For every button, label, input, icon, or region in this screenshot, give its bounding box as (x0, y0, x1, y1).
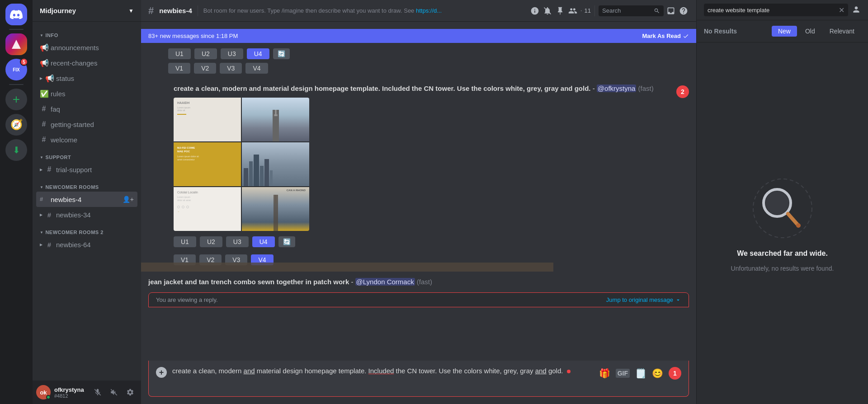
mention-ofkrystyna[interactable]: @ofkrystyna (597, 85, 637, 92)
header-search-box[interactable]: Search (599, 5, 664, 16)
jump-to-original[interactable]: Jump to original message (606, 296, 681, 303)
hash-icon-btn[interactable] (529, 5, 540, 16)
category-newcomer-rooms-2[interactable]: ▼ NEWCOMER ROOMS 2 (33, 222, 141, 237)
channel-item-newbies-64[interactable]: ▶ # newbies-64 (36, 237, 137, 252)
channel-desc-link[interactable]: https://d... (416, 7, 442, 14)
user-tag: #4812 (54, 393, 87, 399)
server-icon-fix[interactable]: FIX 5 (5, 59, 27, 80)
refresh-button-1[interactable]: 🔄 (273, 48, 290, 59)
category-newcomer-rooms[interactable]: ▼ NEWCOMER ROOMS (33, 177, 141, 192)
u4-button-active[interactable]: U4 (247, 48, 269, 59)
jump-text: Jump to original message (606, 296, 673, 303)
img-cell-1: HAAIDH Lorem ipsumdolor sit (174, 98, 241, 141)
server-icon-discord-home[interactable] (5, 4, 27, 25)
template-image[interactable]: HAAIDH Lorem ipsumdolor sit (174, 98, 309, 231)
v3-button-1[interactable]: V3 (220, 63, 242, 74)
message-group-2: create a clean, modern and material desi… (141, 81, 696, 272)
channel-name-trial-support: trial-support (56, 166, 134, 174)
channel-name-newbies-4: newbies-4 (51, 196, 120, 203)
refresh-button-2[interactable]: 🔄 (278, 236, 295, 247)
channel-item-faq[interactable]: # faq (36, 101, 137, 117)
search-empty-description: Unfortunately, no results were found. (731, 265, 834, 272)
bell-off-icon-btn[interactable] (542, 5, 553, 16)
user-avatar[interactable]: ok (36, 385, 51, 399)
filter-tab-old[interactable]: Old (799, 26, 821, 37)
filter-tab-relevant[interactable]: Relevant (823, 26, 861, 37)
download-apps-button[interactable]: ⬇ (5, 139, 27, 161)
message-tag-fast-3: (fast) (417, 278, 432, 286)
channel-item-newbies-34[interactable]: ▶ # newbies-34 (36, 207, 137, 222)
gif-icon[interactable]: GIF (616, 369, 630, 378)
people-icon-btn[interactable] (567, 5, 578, 16)
svg-point-6 (765, 191, 789, 215)
category-info[interactable]: ▼ INFO (33, 25, 141, 40)
filter-tab-new[interactable]: New (772, 26, 797, 37)
pin-icon-btn[interactable] (555, 5, 566, 16)
u3-button-2[interactable]: U3 (226, 236, 249, 247)
channel-header-actions: 11 Search (529, 5, 689, 16)
u3-button[interactable]: U3 (221, 48, 243, 59)
hash-people-icon: # (40, 195, 48, 204)
recording-dot (567, 370, 571, 373)
settings-button[interactable] (123, 385, 137, 399)
message-text-strong: create a clean, modern and material desi… (174, 85, 590, 92)
channel-item-status[interactable]: ▶ 📢 status (36, 70, 137, 86)
channel-item-welcome[interactable]: # welcome (36, 132, 137, 147)
search-input-box[interactable]: create website template ✕ (704, 4, 848, 16)
compose-area: + create a clean, modern and material de… (141, 361, 696, 404)
server-header[interactable]: Midjourney ▼ (33, 0, 141, 22)
gift-icon[interactable]: 🎁 (599, 368, 610, 379)
reply-banner-text: You are viewing a reply. (156, 296, 218, 303)
emoji-icon[interactable]: 😊 (652, 368, 663, 379)
compose-add-button[interactable]: + (156, 367, 167, 378)
deafen-button[interactable] (107, 385, 121, 399)
search-member-icon[interactable] (852, 5, 861, 15)
search-empty-title: We searched far and wide. (737, 249, 828, 258)
category-support[interactable]: ▼ SUPPORT (33, 147, 141, 162)
img-cell-5: Cotolal Localin Lorem ipsumdolor sit ame… (174, 187, 241, 231)
mark-as-read-button[interactable]: Mark As Read (642, 33, 689, 39)
server-separator-2 (9, 84, 24, 85)
channel-item-announcements[interactable]: 📢 announcements (36, 40, 137, 55)
mention-lyndon[interactable]: @Lyndon Cormack (355, 278, 415, 286)
add-member-icon[interactable]: 👤+ (123, 196, 134, 203)
button-row-v1: V1 V2 V3 V4 (141, 61, 696, 77)
channel-item-rules[interactable]: ✅ rules (36, 86, 137, 101)
chevron-down-icon: ▼ (128, 8, 134, 14)
category-arrow: ▼ (40, 33, 43, 38)
channel-item-recent-changes[interactable]: 📢 recent-changes (36, 55, 137, 70)
compose-box: + create a clean, modern and material de… (148, 361, 689, 397)
channel-item-getting-started[interactable]: # getting-started (36, 117, 137, 132)
v2-button-1[interactable]: V2 (194, 63, 216, 74)
avatar-initials: ok (40, 389, 47, 396)
collapse-arrow-2: ▶ (40, 168, 42, 172)
u1-button[interactable]: U1 (168, 48, 191, 59)
svg-text:#: # (40, 196, 43, 202)
v1-button-1[interactable]: V1 (168, 63, 190, 74)
header-divider (198, 5, 198, 16)
search-clear-button[interactable]: ✕ (839, 6, 844, 14)
add-server-button[interactable]: + (5, 89, 27, 110)
explore-servers-button[interactable]: 🧭 (5, 114, 27, 136)
mute-button[interactable] (90, 385, 105, 399)
search-empty-state: We searched far and wide. Unfortunately,… (697, 42, 868, 404)
u1-button-2[interactable]: U1 (174, 236, 196, 247)
message-badge-2: 2 (676, 85, 689, 98)
newcomer-arrow: ▼ (40, 185, 43, 189)
u2-button[interactable]: U2 (194, 48, 217, 59)
compose-text[interactable]: create a clean, modern and material desi… (172, 366, 594, 376)
channel-item-newbies-4[interactable]: # newbies-4 👤+ (36, 192, 137, 207)
help-icon-btn[interactable] (678, 5, 689, 16)
v4-button-1[interactable]: V4 (245, 63, 268, 74)
u4-button-2-active[interactable]: U4 (252, 236, 275, 247)
inbox-icon-btn[interactable] (665, 5, 676, 16)
new-messages-banner[interactable]: 83+ new messages since 1:18 PM Mark As R… (141, 29, 696, 43)
notification-badge: 5 (20, 58, 28, 66)
u2-button-2[interactable]: U2 (200, 236, 222, 247)
search-input-row: create website template ✕ (697, 0, 868, 20)
channel-list: ▼ INFO 📢 announcements 📢 recent-changes … (33, 22, 141, 381)
sticker-icon[interactable]: 🗒️ (635, 368, 646, 379)
channel-item-trial-support[interactable]: ▶ # trial-support (36, 162, 137, 177)
header-divider-2 (594, 5, 595, 16)
server-icon-midjourney[interactable] (5, 33, 27, 55)
